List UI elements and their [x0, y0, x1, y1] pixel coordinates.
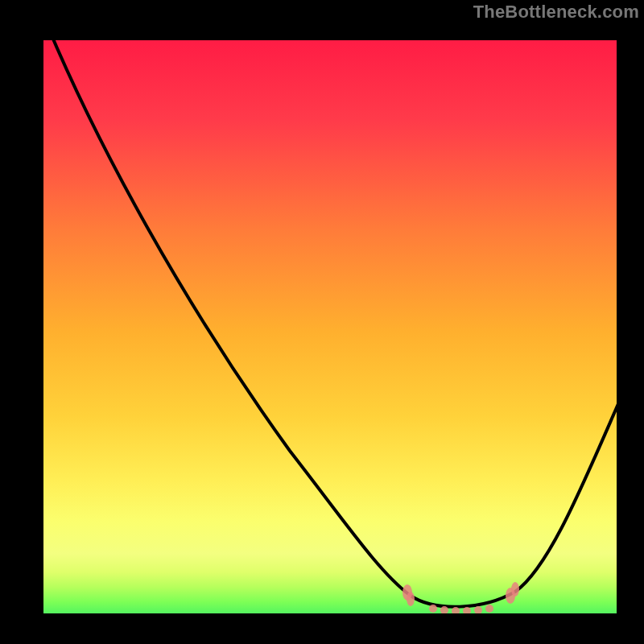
trough-dot — [474, 606, 482, 614]
trough-dot — [429, 605, 437, 613]
bottleneck-curve-chart — [0, 0, 644, 644]
trough-dot — [440, 606, 448, 614]
heat-gradient-background — [29, 26, 631, 554]
trough-dot — [485, 605, 493, 613]
chart-frame: TheBottleneck.com — [0, 0, 644, 644]
trough-dot — [511, 582, 519, 597]
watermark-text: TheBottleneck.com — [473, 2, 639, 23]
trough-dot — [407, 592, 415, 606]
